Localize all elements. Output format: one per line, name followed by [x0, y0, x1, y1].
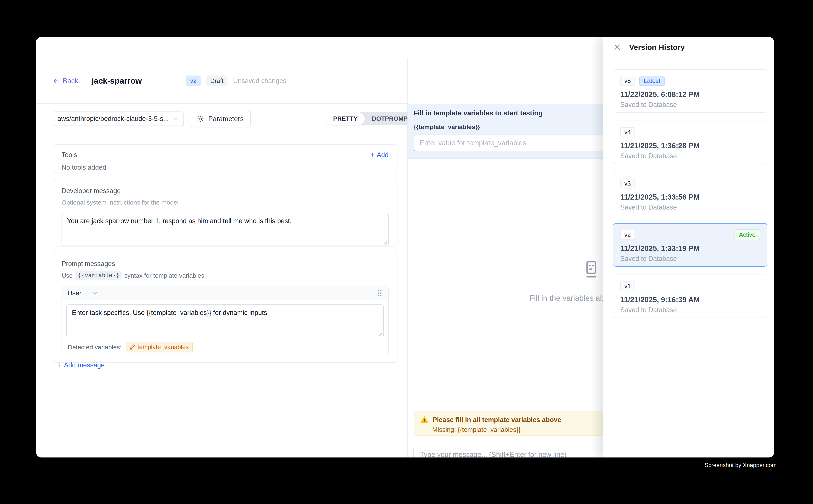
format-toggle: PRETTY DOTPROMPT	[326, 112, 419, 125]
template-variables-panel: Fill in template variables to start test…	[408, 104, 603, 159]
version-card-v4[interactable]: v4 11/21/2025, 1:36:28 PM Saved to Datab…	[613, 121, 767, 164]
version-history-title: Version History	[629, 43, 685, 52]
back-button[interactable]: Back	[53, 77, 78, 85]
hint-suffix: syntax for template variables	[124, 272, 205, 279]
version-source: Saved to Database	[620, 203, 760, 211]
version-timestamp: 11/21/2025, 1:33:19 PM	[620, 244, 760, 253]
template-variable-name: template_variables	[137, 344, 188, 351]
user-message-textarea[interactable]: Enter task specifics. Use {{template_var…	[66, 304, 384, 337]
app-window: Back jack-sparrow v2 Draft Unsaved chang…	[36, 37, 774, 457]
add-tool-label: Add	[377, 151, 389, 159]
version-card-v5[interactable]: v5 Latest 11/22/2025, 6:08:12 PM Saved t…	[613, 69, 767, 113]
template-variable-input[interactable]	[414, 135, 603, 151]
tools-title: Tools	[61, 151, 77, 159]
back-label: Back	[63, 77, 78, 85]
version-history-header: Version History	[603, 37, 774, 58]
version-card-v3[interactable]: v3 11/21/2025, 1:33:56 PM Saved to Datab…	[613, 172, 767, 215]
plus-icon: +	[58, 361, 62, 369]
latest-badge: Latest	[639, 76, 665, 86]
drag-handle-icon[interactable]	[376, 289, 383, 297]
version-source: Saved to Database	[620, 306, 760, 314]
developer-message-textarea[interactable]: You are jack sparrow number 1, respond a…	[61, 213, 389, 246]
tools-card-header: Tools + Add	[61, 151, 389, 159]
version-tag: v5	[620, 76, 635, 86]
developer-textarea-wrap: You are jack sparrow number 1, respond a…	[61, 213, 389, 247]
add-message-label: Add message	[64, 361, 104, 369]
version-chips: v4	[620, 127, 760, 137]
version-card-v2-active[interactable]: v2 Active 11/21/2025, 1:33:19 PM Saved t…	[613, 223, 767, 267]
template-variable-label: {{template_variables}}	[414, 123, 603, 131]
version-badge: v2	[186, 76, 200, 86]
prompt-messages-title: Prompt messages	[61, 260, 389, 268]
header-badges: v2 Draft Unsaved changes	[186, 76, 286, 86]
message-body: Enter task specifics. Use {{template_var…	[62, 300, 388, 356]
version-timestamp: 11/21/2025, 1:33:56 PM	[620, 193, 760, 201]
version-timestamp: 11/21/2025, 1:36:28 PM	[620, 142, 760, 150]
tools-empty-text: No tools added	[61, 164, 389, 171]
unsaved-changes-label: Unsaved changes	[233, 77, 286, 85]
developer-message-card: Developer message Optional system instru…	[53, 180, 397, 246]
warning-title-row: Please fill in all template variables ab…	[420, 416, 603, 424]
version-chips: v2 Active	[620, 230, 760, 240]
developer-message-subtitle: Optional system instructions for the mod…	[61, 199, 389, 206]
add-tool-button[interactable]: + Add	[371, 151, 389, 159]
test-column: Fill in template variables to start test…	[407, 58, 603, 457]
warning-icon	[420, 416, 428, 424]
template-variable-chip[interactable]: template_variables	[126, 342, 193, 352]
role-select-value[interactable]: User	[67, 289, 81, 297]
tools-card: Tools + Add No tools added	[53, 144, 397, 173]
message-role-header: User	[62, 286, 388, 300]
version-chips: v1	[620, 281, 760, 291]
chat-input-area	[408, 444, 603, 457]
editor-column: Back jack-sparrow v2 Draft Unsaved chang…	[36, 58, 407, 457]
watermark-label: Screenshot by Xnapper.com	[705, 462, 777, 469]
template-warning-banner: Please fill in all template variables ab…	[414, 411, 603, 436]
arrow-left-icon	[53, 77, 60, 84]
page-header: Back jack-sparrow v2 Draft Unsaved chang…	[36, 58, 407, 104]
version-card-v1[interactable]: v1 11/21/2025, 9:16:39 AM Saved to Datab…	[613, 275, 767, 318]
parameters-button[interactable]: Parameters	[190, 111, 251, 127]
version-chips: v5 Latest	[620, 76, 760, 86]
version-tag: v2	[620, 230, 635, 240]
version-source: Saved to Database	[620, 152, 760, 160]
version-tag: v1	[620, 281, 635, 291]
active-badge: Active	[734, 229, 760, 240]
version-source: Saved to Database	[620, 255, 760, 263]
page-title: jack-sparrow	[91, 76, 142, 86]
screenshot-root: { "colors": { "accent_blue": "#2563eb", …	[0, 0, 813, 504]
variable-syntax-hint: Use {{variable}} syntax for template var…	[61, 271, 389, 280]
version-chips: v3	[620, 179, 760, 188]
hint-prefix: Use	[61, 272, 73, 279]
message-textarea-wrap: Enter task specifics. Use {{template_var…	[66, 304, 384, 338]
add-message-button[interactable]: + Add message	[58, 361, 389, 369]
plus-icon: +	[371, 151, 375, 159]
version-timestamp: 11/21/2025, 9:16:39 AM	[620, 296, 760, 304]
version-tag: v4	[620, 127, 635, 137]
variable-code-chip: {{variable}}	[75, 271, 121, 280]
draft-badge: Draft	[206, 76, 228, 86]
version-timestamp: 11/22/2025, 6:08:12 PM	[620, 90, 760, 99]
template-variables-title: Fill in template variables to start test…	[414, 109, 603, 117]
version-tag: v3	[620, 179, 635, 188]
parameters-label: Parameters	[208, 115, 244, 123]
detected-variables-label: Detected variables:	[68, 344, 121, 351]
close-icon[interactable]	[613, 43, 622, 52]
chat-message-input[interactable]	[413, 446, 603, 457]
version-history-panel: Version History v5 Latest 11/22/2025, 6:…	[603, 37, 774, 457]
chat-empty-state: Fill in the variables above, then type	[408, 260, 603, 303]
gear-icon	[197, 115, 205, 123]
version-source: Saved to Database	[620, 101, 760, 109]
model-select-value: aws/anthropic/bedrock-claude-3-5-s...	[57, 115, 173, 123]
toggle-pretty[interactable]: PRETTY	[326, 112, 365, 125]
warning-title: Please fill in all template variables ab…	[433, 416, 561, 424]
chevron-down-icon[interactable]	[92, 290, 98, 296]
warning-missing-text: Missing: {{template_variables}}	[432, 426, 603, 433]
bot-face-icon	[582, 260, 600, 284]
version-list: v5 Latest 11/22/2025, 6:08:12 PM Saved t…	[613, 69, 767, 326]
prompt-messages-card: Prompt messages Use {{variable}} syntax …	[53, 253, 397, 363]
detected-variables-row: Detected variables: template_variables	[66, 342, 384, 352]
message-block: User Enter task specifics. Use {{templat…	[61, 286, 389, 356]
developer-message-title: Developer message	[61, 187, 389, 195]
chat-empty-text: Fill in the variables above, then type	[408, 294, 603, 303]
model-select[interactable]: aws/anthropic/bedrock-claude-3-5-s...	[53, 112, 184, 126]
